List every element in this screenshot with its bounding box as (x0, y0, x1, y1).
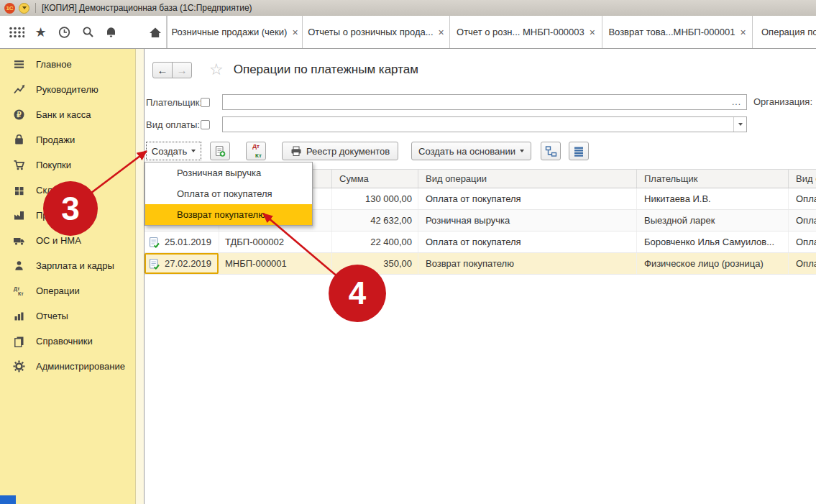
cell-number[interactable]: МНБП-000001 (219, 253, 332, 274)
combo-open-button[interactable] (733, 117, 746, 132)
sidebar-item-label: Главное (36, 59, 72, 70)
close-icon[interactable]: × (439, 27, 444, 38)
home-icon (149, 27, 162, 38)
command-bar: Создать Дт Кт (146, 142, 589, 160)
sidebar-item-reports[interactable]: Отчеты (0, 303, 135, 329)
payer-filter-checkbox[interactable] (201, 98, 210, 107)
cell-paytype[interactable]: Опла (789, 253, 816, 274)
sidebar-item-directories[interactable]: Справочники (0, 329, 135, 354)
tab-goods-return[interactable]: Возврат това...МНБП-000001 × (602, 16, 752, 48)
home-button[interactable] (144, 16, 167, 48)
table-row-selected[interactable]: 27.02.2019 МНБП-000001 350,00 Возврат по… (145, 253, 816, 275)
date-text: 25.01.2019 (165, 237, 211, 247)
cell-sum[interactable]: 130 000,00 (332, 188, 418, 209)
create-dropdown-menu: Розничная выручка Оплата от покупателя В… (145, 162, 313, 226)
tab-card-operation[interactable]: Операция по... (752, 16, 816, 48)
sidebar-item-fixed-assets[interactable]: ОС и НМА (0, 228, 135, 253)
bag-icon (13, 134, 25, 146)
menu-item-return-to-buyer[interactable]: Возврат покупателю (145, 204, 312, 225)
functions-menu-button[interactable] (4, 16, 28, 48)
svg-text:Кт: Кт (18, 291, 24, 296)
sidebar-scrollbar[interactable] (135, 49, 145, 504)
cell-date-active[interactable]: 27.02.2019 (145, 253, 219, 274)
choose-ellipsis-button[interactable]: ... (727, 97, 746, 107)
app-window: 1С [КОПИЯ] Демонстрационная база (1С:Пре… (0, 0, 816, 504)
menu-item-retail-revenue[interactable]: Розничная выручка (145, 162, 312, 183)
forward-button[interactable]: → (172, 62, 192, 78)
system-menu-button[interactable] (19, 3, 29, 14)
register-records-button[interactable] (569, 142, 589, 160)
sidebar-item-label: Руководителю (36, 84, 98, 95)
close-icon[interactable]: × (292, 27, 298, 38)
close-icon[interactable]: × (590, 27, 595, 38)
table-row[interactable]: 25.01.2019 ТДБП-000002 22 400,00 Оплата … (145, 232, 816, 253)
factory-icon (13, 209, 25, 221)
cell-number[interactable]: ТДБП-000002 (219, 232, 332, 252)
notifications-button[interactable] (99, 16, 123, 48)
cell-payer[interactable]: Физическое лицо (розница) (637, 253, 789, 274)
header-payer[interactable]: Плательщик (637, 170, 789, 188)
cell-payer[interactable]: Боровченко Илья Самуилов... (637, 232, 789, 252)
sidebar-item-operations[interactable]: ДтКт Операции (0, 278, 135, 303)
cell-payer[interactable]: Никитаева И.В. (637, 188, 789, 209)
sidebar-item-manager[interactable]: Руководителю (0, 77, 135, 102)
paytype-filter-checkbox[interactable] (201, 120, 210, 129)
sidebar-item-sales[interactable]: Продажи (0, 127, 135, 152)
cell-date[interactable]: 25.01.2019 (145, 232, 219, 252)
register-button-label: Реестр документов (306, 146, 390, 157)
sidebar-item-main[interactable]: Главное (0, 52, 135, 77)
bars-icon (13, 310, 25, 322)
copy-create-button[interactable] (210, 142, 230, 160)
create-button[interactable]: Создать (146, 142, 201, 160)
cell-paytype[interactable]: Опла (789, 232, 816, 252)
chevron-down-icon (22, 6, 27, 9)
related-documents-button[interactable] (541, 142, 561, 160)
sidebar-item-payroll[interactable]: Зарплата и кадры (0, 253, 135, 278)
paytype-filter-input[interactable] (222, 116, 747, 132)
header-paytype[interactable]: Вид о (789, 170, 816, 188)
books-icon (13, 335, 25, 347)
payer-filter-input[interactable]: ... (222, 94, 747, 110)
tab-retail-sales[interactable]: Розничные продажи (чеки) × (167, 16, 302, 48)
header-operation[interactable]: Вид операции (418, 170, 637, 188)
search-button[interactable] (76, 16, 100, 48)
menu-item-payment-from-buyer[interactable]: Оплата от покупателя (145, 183, 312, 204)
cell-operation[interactable]: Розничная выручка (418, 210, 637, 231)
cell-paytype[interactable]: Опла (789, 210, 816, 231)
cell-operation[interactable]: Оплата от покупателя (418, 232, 637, 252)
tab-label: Операция по... (761, 27, 816, 37)
sidebar-item-administration[interactable]: Администрирование (0, 354, 135, 379)
create-based-on-button[interactable]: Создать на основании (411, 142, 531, 160)
sidebar-item-label: Банк и касса (36, 109, 91, 120)
tab-label: Возврат това...МНБП-000001 (608, 27, 735, 37)
tab-retail-report-doc[interactable]: Отчет о розн... МНБП-000003 × (449, 16, 602, 48)
sidebar-item-bank-cash[interactable]: ₽ Банк и касса (0, 102, 135, 127)
tab-retail-reports[interactable]: Отчеты о розничных прода... × (302, 16, 449, 48)
paytype-filter-label: Вид оплаты: (146, 119, 201, 130)
cell-sum[interactable]: 42 632,00 (332, 210, 418, 231)
kt-label: Кт (255, 153, 262, 158)
sidebar-item-purchases[interactable]: Покупки (0, 152, 135, 178)
document-register-button[interactable]: Реестр документов (282, 142, 398, 160)
dtkt-icon: ДтКт (13, 285, 25, 297)
back-button[interactable]: ← (152, 62, 173, 78)
favorites-button[interactable]: ★ (29, 16, 52, 48)
cell-sum[interactable]: 22 400,00 (332, 232, 418, 252)
page-title: Операции по платежным картам (234, 63, 418, 77)
favorite-star-icon[interactable]: ☆ (209, 60, 224, 79)
close-icon[interactable]: × (740, 27, 746, 38)
cell-sum[interactable]: 350,00 (332, 253, 418, 274)
sidebar-item-label: Администрирование (36, 361, 125, 372)
cell-operation[interactable]: Оплата от покупателя (418, 188, 637, 209)
cell-operation[interactable]: Возврат покупателю (418, 253, 637, 274)
sidebar-item-warehouse[interactable]: Склад (0, 178, 135, 203)
cell-paytype[interactable]: Опла (789, 188, 816, 209)
sidebar-item-label: Справочники (36, 336, 93, 347)
sidebar-item-production[interactable]: Производство (0, 203, 135, 228)
dt-label: Дт (252, 144, 260, 149)
warehouse-icon (13, 184, 25, 196)
history-button[interactable] (52, 16, 76, 48)
dtkt-postings-button[interactable]: Дт Кт (246, 142, 266, 160)
header-sum[interactable]: Сумма (332, 170, 418, 188)
cell-payer[interactable]: Выездной ларек (637, 210, 789, 231)
